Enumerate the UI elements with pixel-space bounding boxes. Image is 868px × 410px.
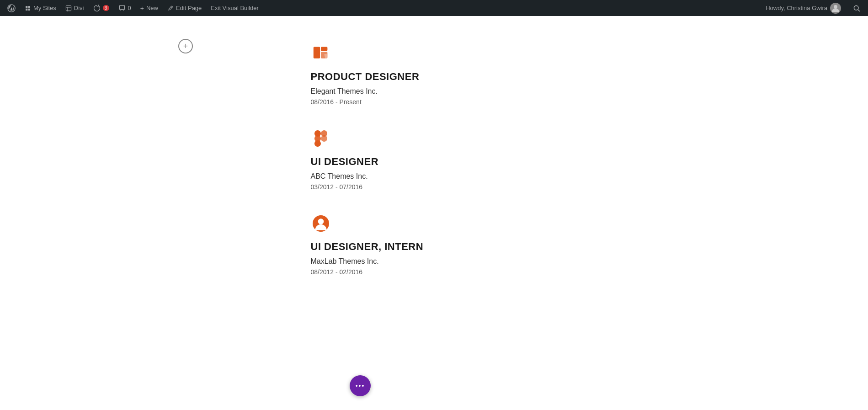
add-section-button[interactable]: +	[178, 39, 193, 53]
exp-icon-2	[311, 128, 331, 149]
svg-rect-1	[66, 5, 71, 11]
exp-dates-3: 08/2012 - 02/2016	[311, 268, 585, 276]
wordpress-icon	[7, 4, 16, 12]
edit-page-label: Edit Page	[176, 5, 202, 11]
comments-item[interactable]: 0	[115, 0, 135, 16]
admin-bar: My Sites Divi 3 0 +	[0, 0, 868, 16]
adminbar-left: My Sites Divi 3 0 +	[4, 0, 762, 16]
svg-point-11	[321, 135, 327, 142]
exp-title-2: UI DESIGNER	[311, 156, 585, 168]
updates-item[interactable]: 3	[90, 0, 113, 16]
exp-company-2: ABC Themes Inc.	[311, 172, 585, 181]
updates-icon	[93, 5, 101, 12]
exp-icon-3	[311, 213, 331, 234]
divi-icon	[65, 5, 72, 11]
exp-dates-1: 08/2016 - Present	[311, 98, 585, 106]
edit-icon	[167, 5, 174, 11]
add-section-icon: +	[183, 42, 188, 51]
howdy-label: Howdy, Christina Gwira	[766, 5, 827, 11]
my-sites-icon	[25, 5, 31, 11]
page-content: + PRODUCT DESIGNER Elegant Themes Inc. 0…	[0, 16, 868, 410]
experience-item-3: UI DESIGNER, INTERN MaxLab Themes Inc. 0…	[311, 213, 585, 276]
edit-page-item[interactable]: Edit Page	[164, 0, 205, 16]
divi-label: Divi	[74, 5, 84, 11]
person-icon	[313, 215, 329, 232]
exp-company-1: Elegant Themes Inc.	[311, 87, 585, 96]
exp-icon-1	[311, 43, 331, 64]
exp-dates-2: 03/2012 - 07/2016	[311, 183, 585, 191]
svg-rect-4	[313, 47, 320, 59]
updates-badge: 3	[103, 5, 109, 11]
experience-item-2: UI DESIGNER ABC Themes Inc. 03/2012 - 07…	[311, 128, 585, 191]
search-icon	[853, 5, 860, 12]
svg-rect-5	[321, 47, 327, 51]
avatar	[830, 3, 841, 14]
svg-rect-12	[314, 140, 320, 147]
howdy-item[interactable]: Howdy, Christina Gwira	[762, 3, 845, 14]
search-button[interactable]	[848, 0, 864, 16]
my-sites-label: My Sites	[33, 5, 56, 11]
wp-logo-item[interactable]	[4, 0, 19, 16]
svg-point-2	[834, 5, 837, 9]
exp-title-3: UI DESIGNER, INTERN	[311, 241, 585, 253]
experience-container: PRODUCT DESIGNER Elegant Themes Inc. 08/…	[311, 34, 585, 276]
comments-count: 0	[128, 5, 131, 11]
exit-vb-label: Exit Visual Builder	[211, 5, 259, 11]
new-item[interactable]: + New	[137, 0, 162, 16]
exp-title-1: PRODUCT DESIGNER	[311, 71, 585, 83]
exp-company-3: MaxLab Themes Inc.	[311, 257, 585, 266]
adminbar-right: Howdy, Christina Gwira	[762, 0, 864, 16]
new-icon: +	[140, 5, 144, 12]
experience-item-1: PRODUCT DESIGNER Elegant Themes Inc. 08/…	[311, 43, 585, 106]
fab-icon: •••	[356, 382, 365, 389]
palette-icon	[313, 45, 329, 62]
new-label: New	[146, 5, 158, 11]
my-sites-item[interactable]: My Sites	[21, 0, 60, 16]
comments-icon	[118, 5, 126, 12]
figma-icon	[313, 130, 329, 147]
svg-point-14	[318, 218, 324, 224]
svg-point-3	[854, 5, 858, 10]
divi-item[interactable]: Divi	[62, 0, 88, 16]
exit-vb-item[interactable]: Exit Visual Builder	[207, 0, 262, 16]
fab-button[interactable]: •••	[350, 375, 371, 396]
